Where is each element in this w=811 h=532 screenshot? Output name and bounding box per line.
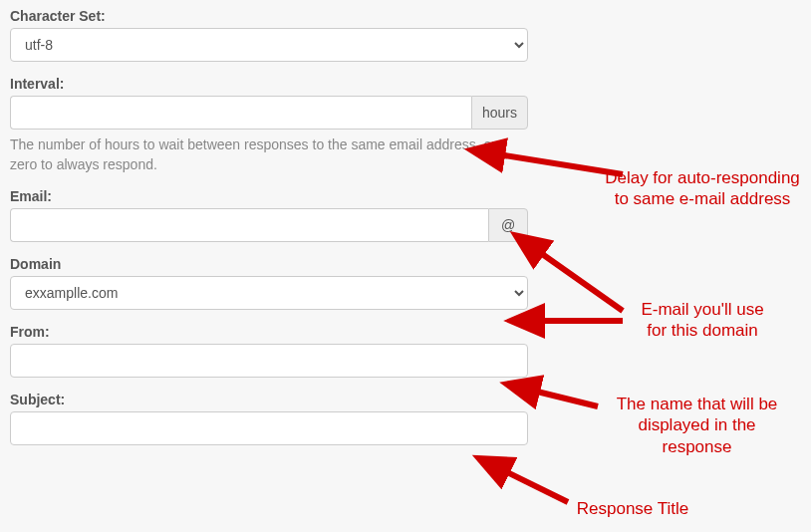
interval-help-text: The number of hours to wait between resp… bbox=[10, 135, 518, 174]
interval-input-group: hours bbox=[10, 96, 528, 130]
charset-label: Character Set: bbox=[10, 8, 528, 24]
charset-group: Character Set: utf-8 bbox=[10, 8, 528, 62]
email-group: Email: @ bbox=[10, 188, 528, 242]
domain-label: Domain bbox=[10, 256, 528, 272]
email-input[interactable] bbox=[10, 208, 488, 242]
subject-group: Subject: bbox=[10, 392, 528, 445]
interval-input[interactable] bbox=[10, 96, 471, 130]
svg-line-4 bbox=[503, 470, 568, 502]
annotation-emailuse: E-mail you'll usefor this domain bbox=[618, 299, 787, 342]
domain-group: Domain exxamplle.com bbox=[10, 256, 528, 310]
from-group: From: bbox=[10, 324, 528, 378]
domain-select[interactable]: exxamplle.com bbox=[10, 276, 528, 310]
annotation-delay: Delay for auto-respondingto same e-mail … bbox=[593, 167, 811, 210]
from-label: From: bbox=[10, 324, 528, 340]
annotation-name: The name that will bedisplayed in theres… bbox=[590, 394, 804, 457]
from-input[interactable] bbox=[10, 344, 528, 378]
interval-addon-hours: hours bbox=[471, 96, 528, 130]
subject-input[interactable] bbox=[10, 411, 528, 445]
subject-label: Subject: bbox=[10, 392, 528, 407]
email-input-group: @ bbox=[10, 208, 528, 242]
email-addon-at: @ bbox=[488, 208, 528, 242]
annotation-title: Response Title bbox=[553, 498, 712, 519]
interval-group: Interval: hours The number of hours to w… bbox=[10, 76, 528, 174]
svg-line-3 bbox=[533, 391, 598, 406]
email-label: Email: bbox=[10, 188, 528, 204]
autoresponder-form: Character Set: utf-8 Interval: hours The… bbox=[10, 8, 528, 445]
interval-label: Interval: bbox=[10, 76, 528, 92]
svg-line-1 bbox=[538, 251, 623, 311]
charset-select[interactable]: utf-8 bbox=[10, 28, 528, 62]
